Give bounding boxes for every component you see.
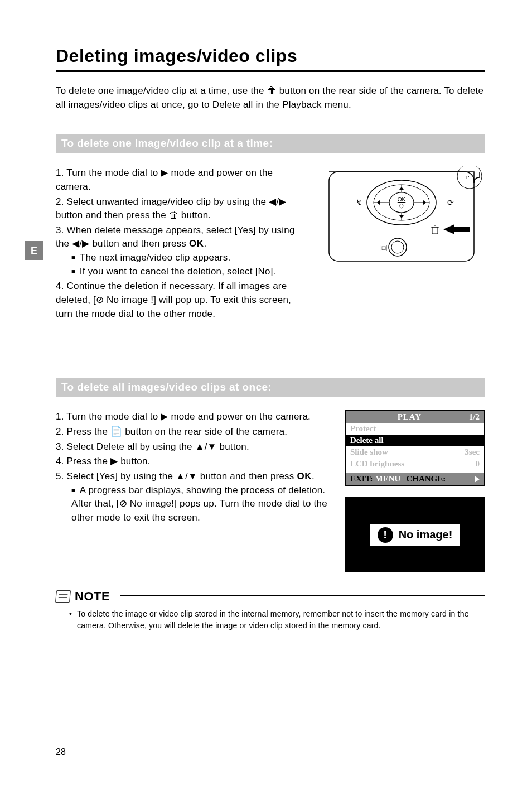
page-number: 28 bbox=[56, 747, 66, 757]
svg-marker-13 bbox=[399, 215, 404, 218]
section1-body: 1. Turn the mode dial to ▶ mode and powe… bbox=[56, 166, 485, 322]
arrow-to-trash-icon bbox=[443, 224, 470, 234]
menu-row-value: 3sec bbox=[465, 447, 480, 457]
camera-back-diagram: P bbox=[318, 166, 485, 267]
section2-graphics-col: PLAY 1/2 Protect Delete all Slide show 3… bbox=[345, 410, 485, 572]
note-block: NOTE To delete the image or video clip s… bbox=[56, 589, 485, 632]
menu-row-slideshow: Slide show 3sec bbox=[346, 446, 484, 458]
note-label: NOTE bbox=[75, 589, 110, 604]
step-3: 3. When delete message appears, select [… bbox=[56, 224, 308, 279]
play-menu-footer: EXIT: MENU CHANGE: bbox=[346, 473, 484, 485]
no-image-text: No image! bbox=[399, 528, 453, 541]
svg-text:P: P bbox=[466, 175, 469, 180]
ok-label-2: OK bbox=[297, 471, 312, 481]
svg-marker-10 bbox=[377, 200, 380, 205]
intro-paragraph: To delete one image/video clip at a time… bbox=[56, 84, 485, 112]
menu-row-delete-all: Delete all bbox=[346, 435, 484, 446]
section2-steps: 1. Turn the mode dial to ▶ mode and powe… bbox=[56, 410, 335, 524]
no-image-inner: ! No image! bbox=[370, 524, 461, 546]
step-2: 2. Select unwanted image/video clip by u… bbox=[56, 195, 308, 223]
section-heading-delete-one: To delete one image/video clip at a time… bbox=[56, 134, 485, 153]
section-heading-delete-all: To delete all images/video clips at once… bbox=[56, 378, 485, 397]
step2-3: 3. Select Delete all by using the ▲/▼ bu… bbox=[56, 440, 335, 454]
menu-row-label: LCD brighness bbox=[350, 459, 476, 469]
note-item: To delete the image or video clip stored… bbox=[69, 608, 485, 632]
svg-marker-12 bbox=[399, 187, 404, 190]
note-list: To delete the image or video clip stored… bbox=[56, 608, 485, 632]
ok-label: OK bbox=[189, 238, 204, 249]
page-content: Deleting images/video clips To delete on… bbox=[56, 46, 485, 632]
footer-exit: EXIT: bbox=[350, 474, 373, 484]
svg-point-21 bbox=[391, 241, 404, 253]
step-4: 4. Continue the deletion if necessary. I… bbox=[56, 280, 308, 321]
step-3-sublist: The next image/video clip appears. If yo… bbox=[56, 251, 308, 278]
section1-steps-col: 1. Turn the mode dial to ▶ mode and powe… bbox=[56, 166, 308, 322]
triangle-right-icon bbox=[475, 476, 480, 483]
step-1: 1. Turn the mode dial to ▶ mode and powe… bbox=[56, 166, 308, 194]
play-menu-page: 1/2 bbox=[469, 412, 480, 422]
menu-row-lcd: LCD brighness 0 bbox=[346, 458, 484, 470]
note-heading: NOTE bbox=[56, 589, 485, 604]
svg-rect-16 bbox=[432, 227, 438, 234]
svg-text:↯: ↯ bbox=[356, 198, 362, 207]
play-menu-box: PLAY 1/2 Protect Delete all Slide show 3… bbox=[345, 410, 485, 486]
menu-row-value: 0 bbox=[476, 459, 480, 469]
step-3-sub-2: If you want to cancel the deletion, sele… bbox=[71, 265, 308, 279]
svg-marker-11 bbox=[423, 200, 426, 205]
step-3-text-a: 3. When delete message appears, select [… bbox=[56, 225, 295, 249]
page-title: Deleting images/video clips bbox=[56, 46, 485, 66]
step2-2: 2. Press the 📄 button on the rear side o… bbox=[56, 425, 335, 439]
step2-1: 1. Turn the mode dial to ▶ mode and powe… bbox=[56, 410, 335, 424]
section2-steps-col: 1. Turn the mode dial to ▶ mode and powe… bbox=[56, 410, 335, 572]
step2-5-text-b: . bbox=[312, 471, 315, 481]
menu-row-label: Delete all bbox=[350, 436, 480, 445]
side-tab: E bbox=[25, 241, 43, 260]
svg-text:|□|: |□| bbox=[380, 244, 387, 251]
menu-row-protect: Protect bbox=[346, 423, 484, 435]
play-menu-header: PLAY 1/2 bbox=[346, 411, 484, 423]
menu-row-label: Slide show bbox=[350, 447, 465, 457]
step2-5-text-a: 5. Select [Yes] by using the ▲/▼ button … bbox=[56, 471, 297, 481]
exclamation-icon: ! bbox=[378, 527, 393, 543]
dpad-ok-label: OK bbox=[398, 196, 406, 203]
camera-diagram-col: P bbox=[318, 166, 485, 322]
svg-point-5 bbox=[389, 192, 414, 213]
step2-5-sublist: A progress bar displays, showing the pro… bbox=[56, 484, 335, 525]
play-menu-title: PLAY bbox=[350, 412, 469, 422]
step-3-sub-1: The next image/video clip appears. bbox=[71, 251, 308, 265]
menu-row-label: Protect bbox=[350, 424, 480, 434]
note-rule bbox=[120, 595, 485, 598]
section1-steps: 1. Turn the mode dial to ▶ mode and powe… bbox=[56, 166, 308, 321]
step2-4: 4. Press the ▶ button. bbox=[56, 455, 335, 469]
dpad-q-label: Q bbox=[399, 203, 404, 209]
section2-body: 1. Turn the mode dial to ▶ mode and powe… bbox=[56, 410, 485, 572]
no-image-box: ! No image! bbox=[345, 497, 485, 572]
title-rule bbox=[56, 70, 485, 72]
svg-marker-19 bbox=[443, 224, 470, 234]
footer-change: CHANGE: bbox=[406, 474, 446, 484]
footer-menu: MENU bbox=[375, 474, 401, 484]
svg-text:⟳: ⟳ bbox=[447, 198, 454, 207]
step-3-text-b: . bbox=[204, 238, 206, 249]
note-page-icon bbox=[55, 590, 71, 603]
step2-5: 5. Select [Yes] by using the ▲/▼ button … bbox=[56, 470, 335, 525]
step2-5-sub-1: A progress bar displays, showing the pro… bbox=[71, 484, 335, 525]
